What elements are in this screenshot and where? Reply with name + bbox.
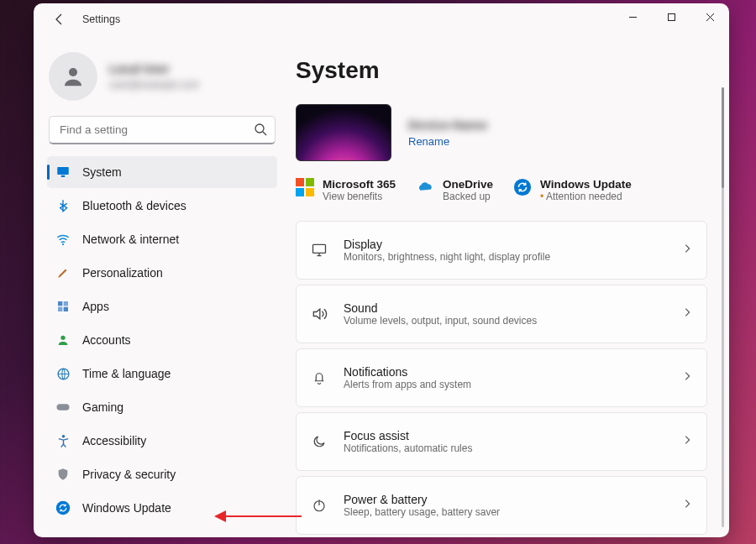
display-icon [310, 241, 328, 259]
svg-point-5 [62, 243, 64, 245]
chevron-right-icon [681, 498, 693, 513]
monitor-icon [55, 165, 71, 180]
card-focus-assist[interactable]: Focus assist Notifications, automatic ru… [296, 412, 707, 471]
globe-icon [55, 366, 71, 381]
scrollbar[interactable] [722, 87, 724, 527]
desktop-preview[interactable] [296, 104, 391, 161]
card-title: Focus assist [344, 429, 666, 442]
avatar [49, 52, 97, 101]
sidebar-item-label: Accessibility [82, 434, 146, 447]
sidebar-item-label: Time & language [82, 367, 171, 380]
status-onedrive-sub: Backed up [443, 191, 493, 202]
search-input[interactable] [49, 116, 276, 144]
sidebar-item-label: Apps [82, 300, 109, 313]
card-display[interactable]: Display Monitors, brightness, night ligh… [296, 221, 707, 280]
person-icon [55, 332, 71, 348]
card-power-battery[interactable]: Power & battery Sleep, battery usage, ba… [296, 476, 707, 535]
chevron-right-icon [681, 434, 693, 449]
card-title: Notifications [344, 365, 666, 379]
sidebar-item-gaming[interactable]: Gaming [47, 391, 277, 423]
wifi-icon [55, 232, 71, 247]
minimize-button[interactable] [613, 3, 652, 30]
status-update-title: Windows Update [540, 178, 632, 191]
card-notifications[interactable]: Notifications Alerts from apps and syste… [296, 348, 707, 407]
settings-cards: Display Monitors, brightness, night ligh… [296, 221, 729, 535]
nav-list: System Bluetooth & devices Network & int… [47, 156, 277, 524]
sidebar-item-label: Privacy & security [82, 468, 176, 481]
sidebar-item-label: System [82, 165, 122, 179]
power-icon [310, 496, 328, 515]
svg-point-1 [69, 68, 77, 76]
profile-block[interactable]: Local User user@example.com [47, 45, 277, 114]
page-heading: System [296, 57, 729, 84]
shield-icon [55, 467, 71, 482]
profile-name: Local User [109, 62, 199, 76]
microsoft-logo-icon [296, 178, 314, 196]
sidebar-item-personalization[interactable]: Personalization [47, 257, 277, 289]
brush-icon [55, 265, 71, 280]
svg-point-15 [514, 179, 531, 196]
card-title: Display [344, 238, 666, 251]
sidebar: Local User user@example.com System Bluet… [34, 40, 289, 537]
sidebar-item-label: Network & internet [82, 233, 179, 246]
svg-rect-7 [64, 301, 68, 306]
settings-window: Settings Local User user@example.c [34, 3, 729, 537]
sidebar-item-accessibility[interactable]: Accessibility [47, 425, 277, 457]
apps-icon [55, 299, 71, 314]
card-subtitle: Notifications, automatic rules [344, 442, 666, 454]
chevron-right-icon [681, 243, 693, 258]
status-m365[interactable]: Microsoft 365 View benefits [296, 178, 396, 202]
sidebar-item-bluetooth-devices[interactable]: Bluetooth & devices [47, 190, 277, 222]
main-content: System Device-Name Rename Microsoft 365 … [289, 40, 729, 537]
annotation-arrow [215, 510, 302, 522]
svg-rect-6 [58, 301, 62, 306]
bell-icon [310, 369, 328, 387]
status-m365-sub: View benefits [323, 191, 396, 202]
sidebar-item-system[interactable]: System [47, 156, 277, 188]
svg-point-2 [255, 124, 264, 133]
profile-info: Local User user@example.com [109, 62, 199, 91]
titlebar: Settings [34, 3, 729, 40]
sidebar-item-label: Gaming [82, 400, 123, 414]
svg-rect-8 [58, 307, 62, 311]
card-subtitle: Monitors, brightness, night light, displ… [344, 251, 666, 263]
sidebar-item-label: Accounts [82, 333, 131, 347]
status-row: Microsoft 365 View benefits OneDrive Bac… [296, 178, 729, 202]
status-windows-update[interactable]: Windows Update Attention needed [513, 178, 632, 202]
window-title: Settings [82, 13, 120, 25]
svg-rect-3 [57, 167, 69, 175]
svg-rect-4 [61, 175, 66, 177]
sidebar-item-network-internet[interactable]: Network & internet [47, 223, 277, 255]
sidebar-item-apps[interactable]: Apps [47, 290, 277, 322]
sidebar-item-time-language[interactable]: Time & language [47, 358, 277, 390]
close-button[interactable] [690, 3, 729, 30]
maximize-button[interactable] [652, 3, 690, 30]
sidebar-item-label: Personalization [82, 266, 163, 280]
status-onedrive-title: OneDrive [443, 178, 493, 191]
rename-link[interactable]: Rename [408, 135, 487, 148]
bluetooth-icon [55, 198, 71, 213]
card-subtitle: Volume levels, output, input, sound devi… [344, 315, 666, 327]
moon-icon [310, 432, 328, 451]
card-subtitle: Sleep, battery usage, battery saver [344, 506, 666, 518]
status-onedrive[interactable]: OneDrive Backed up [416, 178, 493, 202]
chevron-right-icon [681, 370, 693, 385]
profile-email: user@example.com [109, 79, 199, 91]
svg-rect-16 [313, 244, 326, 253]
svg-point-13 [61, 435, 65, 438]
card-sound[interactable]: Sound Volume levels, output, input, soun… [296, 285, 707, 343]
device-row: Device-Name Rename [296, 104, 729, 161]
search-box [49, 116, 276, 144]
svg-rect-12 [57, 404, 70, 411]
svg-rect-9 [64, 307, 68, 311]
gamepad-icon [55, 400, 71, 415]
svg-point-14 [56, 501, 71, 515]
search-icon [254, 123, 267, 139]
sidebar-item-privacy-security[interactable]: Privacy & security [47, 458, 277, 490]
back-button[interactable] [52, 12, 67, 27]
sidebar-item-label: Bluetooth & devices [82, 199, 186, 212]
sidebar-item-accounts[interactable]: Accounts [47, 324, 277, 356]
card-title: Sound [344, 301, 666, 315]
sync-icon [55, 500, 71, 515]
status-m365-title: Microsoft 365 [323, 178, 396, 191]
